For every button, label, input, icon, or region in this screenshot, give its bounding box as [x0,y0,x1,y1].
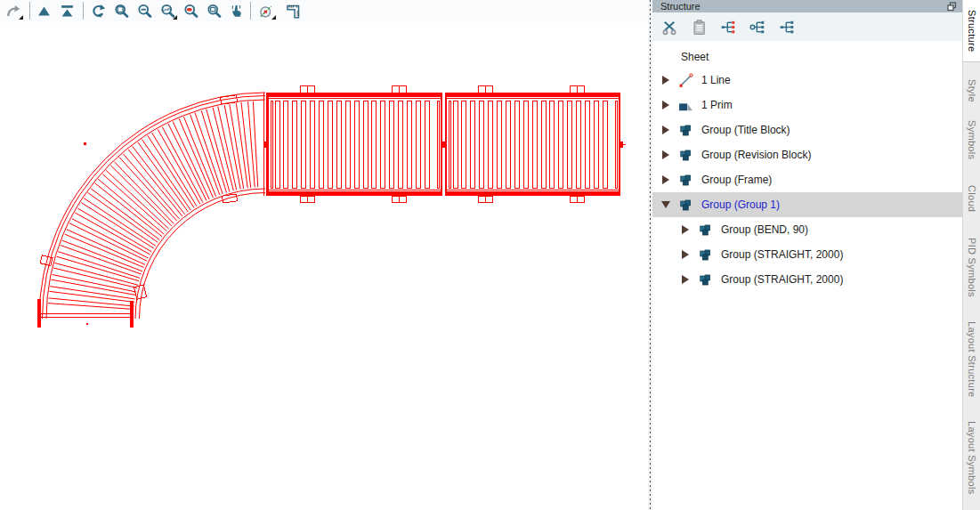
tree-row-group-title-block[interactable]: Group (Title Block) [652,117,962,142]
measure-circle-button[interactable] [255,1,278,21]
group-icon [678,123,693,138]
tree-structure-button[interactable] [776,16,798,37]
tree-root-sheet[interactable]: Sheet [652,45,962,68]
redo-arrow-icon [6,4,21,19]
group-icon [678,198,693,213]
structure-panel-title: Structure [660,1,701,12]
side-tab-style[interactable]: Style [963,76,980,106]
pan-hand-icon [229,4,244,19]
side-tab-layout-symbols[interactable]: Layout Symbols [963,415,980,501]
zoom-sheet-button[interactable] [202,1,225,21]
expand-arrow-icon[interactable] [679,250,692,259]
refresh-button[interactable] [86,1,109,21]
redo-arrow-button[interactable] [2,1,25,21]
tree-item-label[interactable]: Group (BEND, 90) [721,223,808,236]
prim-icon [678,98,693,113]
zoom-red-button[interactable] [179,1,202,21]
expand-arrow-icon[interactable] [679,225,692,234]
tree-insert-red-icon [720,19,737,36]
expand-arrow-icon[interactable] [660,125,672,134]
expand-arrow-icon[interactable] [660,101,672,109]
float-window-icon[interactable] [947,2,957,12]
zoom-name-button[interactable]: NAME [156,1,179,21]
tree-insert-red-button[interactable] [717,16,739,37]
tree-item-label[interactable]: Group (Title Block) [701,124,790,136]
tree-row-group-bend-90[interactable]: Group (BEND, 90) [652,217,962,242]
expand-arrow-icon[interactable] [679,275,692,284]
pan-hand-button[interactable] [224,1,247,21]
group-icon [678,148,693,163]
zoom-out-button[interactable] [133,1,156,21]
expander-triangle [661,201,670,208]
ruler-button[interactable] [280,1,304,21]
toolbar-separator [250,2,251,20]
ruler-icon [285,4,300,19]
tree-row-group-frame[interactable]: Group (Frame) [652,167,962,192]
conveyor-straight-2000-a[interactable] [267,86,442,203]
zoom-window-button[interactable] [109,1,133,21]
paste-button[interactable] [688,16,709,37]
tree-row-group-straight-2000[interactable]: Group (STRAIGHT, 2000) [652,242,962,267]
tree-extract-icon [749,19,766,36]
conveyor-group-1[interactable] [37,86,626,328]
group-icon [698,272,713,287]
group-icon [698,247,713,263]
side-tab-strip: StructureStyleSymbolsCloudPID SymbolsLay… [962,0,980,510]
toolbar-separator [83,2,84,20]
triangle-up-bar-button[interactable] [55,1,78,21]
refresh-icon [91,4,106,19]
expand-arrow-icon[interactable] [660,175,672,184]
group-icon [698,223,713,238]
triangle-up-button[interactable] [32,1,55,21]
tree-extract-button[interactable] [747,16,768,37]
tree-item-label[interactable]: Group (STRAIGHT, 2000) [721,248,843,261]
cut-icon [661,19,678,36]
tree-item-label[interactable]: Group (Frame) [701,174,772,186]
tree-item-label[interactable]: Group (Revision Block) [701,149,811,161]
group-icon [678,198,693,213]
paste-icon [691,19,708,36]
side-tab-pid-symbols[interactable]: PID Symbols [963,232,980,303]
tree-item-label[interactable]: Group (Group 1) [701,198,780,211]
group-icon [678,123,693,138]
tree-structure-icon [779,19,796,36]
prim-icon [678,98,693,113]
group-icon [698,223,713,238]
structure-panel: Structure Sheet 1 Line1 PrimGroup (Title… [652,0,962,510]
cut-button[interactable] [659,16,680,37]
structure-panel-toolbar [652,12,962,41]
tree-row-group-revision-block[interactable]: Group (Revision Block) [652,142,962,167]
expander-triangle [682,250,689,259]
side-tab-structure[interactable]: Structure [963,0,980,62]
main-toolbar: NAME [0,0,651,23]
side-tab-cloud[interactable]: Cloud [963,180,980,218]
conveyor-bend-90[interactable] [37,93,267,328]
splitter-dots [650,0,651,510]
tree-item-label[interactable]: 1 Prim [701,99,733,111]
expander-triangle [662,150,669,159]
side-tab-symbols[interactable]: Symbols [963,113,980,166]
conveyor-straight-2000-b[interactable] [445,86,620,203]
expander-triangle [682,225,689,234]
zoom-out-icon [137,4,152,19]
group-icon [698,247,713,263]
zoom-name-icon: NAME [160,4,175,19]
side-tab-layout-structure[interactable]: Layout Structure [963,312,980,408]
tree-item-label[interactable]: Group (STRAIGHT, 2000) [721,273,843,286]
drawing-canvas[interactable] [0,22,648,510]
expand-arrow-icon[interactable] [660,150,672,159]
expander-triangle [662,175,669,184]
expander-triangle [682,275,689,284]
expander-triangle [662,101,669,109]
tree-item-label[interactable]: 1 Line [701,74,731,86]
line-icon [678,73,693,88]
tree-row-1-prim[interactable]: 1 Prim [652,93,962,117]
zoom-sheet-icon [207,4,222,19]
tree-row-group-group-1[interactable]: Group (Group 1) [652,192,962,217]
toolbar-separator [29,2,30,20]
tree-row-group-straight-2000[interactable]: Group (STRAIGHT, 2000) [652,267,962,292]
tree-row-1-line[interactable]: 1 Line [652,68,962,93]
triangle-up-icon [36,4,52,19]
expand-arrow-icon[interactable] [660,76,672,85]
collapse-arrow-icon[interactable] [660,201,672,208]
